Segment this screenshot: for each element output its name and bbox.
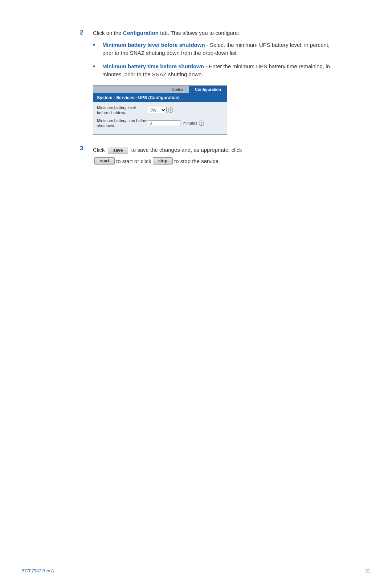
tab-name-highlight: Configuration: [123, 30, 159, 36]
step-2-content: Click on the Configuration tab. This all…: [93, 29, 334, 135]
panel-row-1: Minimum battery level before shutdown 5%…: [97, 105, 223, 115]
step-3-mid2: to start or click: [116, 156, 151, 166]
step-3-mid1: to save the changes and, as appropriate,…: [130, 147, 242, 153]
step-2-block: 2 Click on the Configuration tab. This a…: [80, 29, 334, 135]
step-2-number: 2: [80, 29, 93, 36]
bullet-1-text: Minimum battery level before shutdown - …: [102, 41, 334, 57]
panel-label-2: Minimum battery time before shutdown: [97, 118, 148, 129]
tab-bar: Status Configuration: [93, 86, 227, 93]
stop-button[interactable]: stop: [153, 157, 173, 165]
bullet-1-term: Minimum battery level before shutdown: [102, 42, 205, 48]
bullet-2-term: Minimum battery time before shutdown: [102, 63, 204, 69]
step-2-intro-text: Click on the: [93, 30, 123, 36]
panel-header: System - Services - UPS (Configuration): [93, 93, 227, 102]
panel-row-2: Minimum battery time before shutdown min…: [97, 118, 223, 129]
info-icon-2[interactable]: i: [199, 121, 204, 126]
panel-field-1: 5% i: [148, 107, 173, 113]
panel-body: Minimum battery level before shutdown 5%…: [93, 102, 227, 134]
step-3-end: to stop the service.: [174, 156, 220, 166]
bullet-dot-1: •: [93, 40, 98, 50]
bullet-item-2: • Minimum battery time before shutdown -…: [93, 62, 334, 79]
panel-label-1: Minimum battery level before shutdown: [97, 105, 148, 115]
bullet-dot-2: •: [93, 62, 98, 72]
tab-status[interactable]: Status: [166, 86, 189, 93]
footer-right: 21: [366, 568, 370, 573]
step-3-content: Click save to save the changes and, as a…: [93, 145, 334, 166]
save-button[interactable]: save: [108, 147, 128, 154]
bullet-list: • Minimum battery level before shutdown …: [93, 41, 334, 79]
start-button[interactable]: start: [94, 157, 115, 165]
step-3-block: 3 Click save to save the changes and, as…: [80, 145, 334, 166]
step-3-text: Click save to save the changes and, as a…: [93, 145, 334, 166]
battery-level-select[interactable]: 5%: [148, 107, 167, 113]
bullet-2-text: Minimum battery time before shutdown - E…: [102, 62, 334, 79]
tab-configuration[interactable]: Configuration: [189, 86, 227, 93]
ups-config-panel: Status Configuration System - Services -…: [93, 85, 227, 135]
info-icon-1[interactable]: i: [168, 108, 173, 113]
step-3-number: 3: [80, 145, 93, 152]
footer-left: 97707987 Rev A: [22, 568, 54, 573]
step-3-intro: Click: [93, 147, 106, 153]
panel-field-2: minutes i: [148, 120, 204, 126]
battery-time-input[interactable]: [148, 120, 180, 126]
minutes-label: minutes: [183, 121, 197, 125]
step-2-intro-suffix: tab. This allows you to configure:: [159, 30, 239, 36]
footer: 97707987 Rev A 21: [0, 568, 392, 573]
bullet-item-1: • Minimum battery level before shutdown …: [93, 41, 334, 57]
step-2-intro: Click on the Configuration tab. This all…: [93, 29, 334, 37]
